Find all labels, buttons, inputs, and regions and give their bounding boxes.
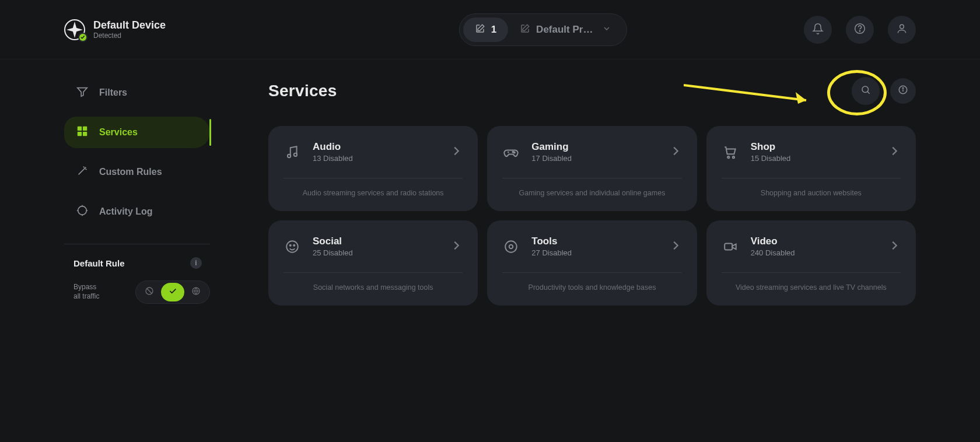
help-button[interactable]: [846, 16, 874, 44]
svg-rect-6: [83, 127, 87, 131]
svg-point-25: [293, 244, 295, 245]
default-rule-title: Default Rule: [74, 258, 125, 268]
card-description: Gaming services and individual online ga…: [502, 178, 681, 199]
service-card-social[interactable]: Social 25 Disabled Social networks and m…: [268, 220, 478, 306]
app-header: Default Device Detected 1 Default Pr…: [0, 0, 980, 59]
globe-icon: [191, 286, 201, 298]
chevron-right-icon: [669, 145, 682, 160]
check-icon: [168, 286, 177, 298]
sidebar-item-services[interactable]: Services: [64, 117, 210, 148]
sidebar-item-custom-rules[interactable]: Custom Rules: [64, 156, 210, 188]
sidebar-divider: [64, 244, 210, 244]
svg-point-24: [290, 244, 291, 245]
svg-point-16: [902, 87, 904, 89]
header-actions: [804, 16, 916, 44]
card-description: Social networks and messaging tools: [284, 273, 463, 294]
card-title: Shop: [751, 141, 876, 153]
target-icon: [76, 204, 89, 219]
card-title: Tools: [531, 236, 657, 247]
edit-icon: [475, 23, 485, 36]
card-description: Productivity tools and knowledge bases: [502, 273, 681, 294]
sidebar-item-label: Custom Rules: [99, 167, 162, 177]
card-title: Audio: [313, 141, 438, 153]
card-subtitle: 15 Disabled: [751, 154, 876, 163]
card-top: Shop 15 Disabled: [722, 141, 901, 178]
bell-icon: [812, 23, 824, 37]
default-rule-header: Default Rule i: [64, 257, 210, 269]
card-text: Gaming 17 Disabled: [531, 141, 657, 163]
service-card-shop[interactable]: Shop 15 Disabled Shopping and auction we…: [706, 126, 916, 211]
profile-name-segment[interactable]: Default Pr…: [508, 17, 623, 42]
card-top: Gaming 17 Disabled: [502, 141, 681, 178]
content: Filters Services Custom Rules Activity L…: [0, 59, 980, 306]
edit-icon: [520, 23, 530, 36]
svg-point-4: [900, 24, 904, 29]
gamepad-icon: [502, 143, 520, 161]
card-title: Gaming: [531, 141, 657, 153]
card-text: Social 25 Disabled: [313, 236, 438, 257]
svg-point-22: [732, 156, 734, 158]
svg-point-20: [514, 152, 515, 153]
device-text: Default Device Detected: [93, 19, 166, 40]
service-card-gaming[interactable]: Gaming 17 Disabled Gaming services and i…: [487, 126, 696, 211]
card-subtitle: 25 Disabled: [313, 248, 438, 257]
music-note-icon: [284, 143, 301, 161]
svg-point-27: [509, 244, 513, 248]
sidebar-item-label: Activity Log: [99, 206, 153, 217]
card-description: Shopping and auction websites: [722, 178, 901, 199]
card-top: Video 240 Disabled: [722, 236, 901, 273]
svg-rect-5: [78, 127, 82, 131]
toggle-allow[interactable]: [161, 283, 184, 301]
card-top: Audio 13 Disabled: [284, 141, 463, 178]
account-button[interactable]: [888, 16, 916, 44]
cart-icon: [722, 143, 739, 161]
svg-point-3: [859, 30, 860, 31]
profile-selector: 1 Default Pr…: [459, 13, 628, 46]
search-button[interactable]: [852, 77, 880, 105]
card-title: Video: [751, 236, 876, 247]
card-description: Video streaming services and live TV cha…: [722, 273, 901, 294]
profile-badge-segment[interactable]: 1: [463, 17, 508, 42]
card-top: Social 25 Disabled: [284, 236, 463, 273]
user-icon: [896, 23, 908, 37]
card-text: Tools 27 Disabled: [531, 236, 657, 257]
sidebar-item-activity-log[interactable]: Activity Log: [64, 196, 210, 227]
smiley-icon: [284, 238, 301, 255]
svg-point-26: [506, 241, 517, 252]
toggle-global[interactable]: [184, 283, 208, 301]
svg-point-23: [286, 241, 298, 252]
toggle-block[interactable]: [138, 283, 161, 301]
info-icon: [898, 85, 908, 97]
main-header: Services: [268, 77, 916, 105]
card-top: Tools 27 Disabled: [502, 236, 681, 273]
card-subtitle: 27 Disabled: [531, 248, 657, 257]
svg-point-18: [294, 153, 297, 156]
svg-point-17: [288, 154, 290, 157]
svg-marker-13: [796, 92, 806, 104]
device-status-badge-icon: [78, 33, 88, 42]
service-card-tools[interactable]: Tools 27 Disabled Productivity tools and…: [487, 220, 696, 306]
video-icon: [722, 238, 739, 255]
svg-point-9: [78, 206, 87, 215]
service-card-audio[interactable]: Audio 13 Disabled Audio streaming servic…: [268, 126, 478, 211]
chevron-down-icon: [602, 24, 611, 36]
page-info-button[interactable]: [890, 78, 916, 104]
device-status-text: Detected: [93, 31, 166, 40]
sidebar-item-filters[interactable]: Filters: [64, 77, 210, 108]
annotation-arrow: [684, 80, 824, 112]
svg-rect-8: [83, 132, 87, 136]
bypass-line2: all traffic: [74, 292, 99, 301]
card-description: Audio streaming services and radio stati…: [284, 178, 463, 199]
service-card-video[interactable]: Video 240 Disabled Video streaming servi…: [706, 220, 916, 306]
default-rule-info-button[interactable]: i: [190, 257, 202, 269]
svg-line-12: [684, 85, 806, 100]
default-rule-row: Bypass all traffic: [64, 269, 210, 304]
svg-rect-7: [78, 132, 82, 136]
chevron-right-icon: [888, 145, 901, 160]
services-grid: Audio 13 Disabled Audio streaming servic…: [268, 126, 916, 306]
sidebar: Filters Services Custom Rules Activity L…: [64, 77, 210, 306]
sidebar-nav: Filters Services Custom Rules Activity L…: [64, 77, 210, 227]
bypass-toggle[interactable]: [135, 280, 210, 304]
profile-badge-count: 1: [491, 24, 496, 36]
notifications-button[interactable]: [804, 16, 832, 44]
